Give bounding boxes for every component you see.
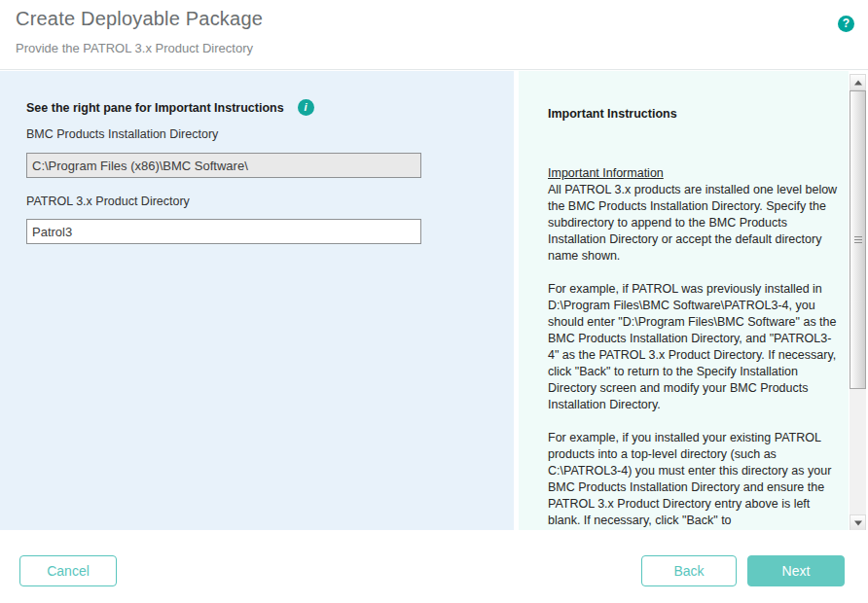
- back-button[interactable]: Back: [641, 555, 737, 586]
- scroll-up-arrow-icon: [854, 80, 862, 85]
- scroll-down-button[interactable]: [850, 514, 866, 531]
- patrol-dir-input[interactable]: [26, 219, 421, 244]
- page-subtitle: Provide the PATROL 3.x Product Directory: [16, 41, 253, 55]
- instructions-pane: Important Instructions Important Informa…: [519, 71, 849, 530]
- instructions-note-row: See the right pane for Important Instruc…: [26, 99, 314, 116]
- bmc-install-dir-input[interactable]: [26, 153, 421, 178]
- bmc-install-dir-label: BMC Products Installation Directory: [26, 127, 218, 141]
- instructions-note: See the right pane for Important Instruc…: [26, 101, 284, 115]
- instructions-heading: Important Instructions: [548, 106, 839, 123]
- scrollbar-grip-icon: [854, 236, 862, 244]
- scrollbar-thumb[interactable]: [850, 90, 866, 389]
- page-title: Create Deployable Package: [16, 8, 263, 30]
- wizard-header: Create Deployable Package Provide the PA…: [0, 0, 868, 70]
- instructions-scrollbar[interactable]: [850, 74, 866, 531]
- help-icon[interactable]: ?: [838, 16, 854, 32]
- form-pane: See the right pane for Important Instruc…: [0, 71, 514, 530]
- important-information-heading: Important Information: [548, 165, 839, 182]
- next-button[interactable]: Next: [747, 555, 845, 586]
- instructions-paragraph: For example, if you installed your exist…: [548, 430, 839, 529]
- scroll-up-button[interactable]: [850, 74, 866, 90]
- patrol-dir-label: PATROL 3.x Product Directory: [26, 195, 190, 208]
- info-icon: i: [298, 99, 314, 116]
- wizard-footer: Cancel Back Next: [0, 530, 868, 603]
- scroll-down-arrow-icon: [854, 520, 862, 525]
- instructions-paragraph: For example, if PATROL was previously in…: [548, 281, 839, 413]
- create-deployable-package-window: Create Deployable Package Provide the PA…: [0, 0, 868, 603]
- cancel-button[interactable]: Cancel: [19, 555, 117, 586]
- instructions-paragraph: All PATROL 3.x products are installed on…: [548, 182, 839, 265]
